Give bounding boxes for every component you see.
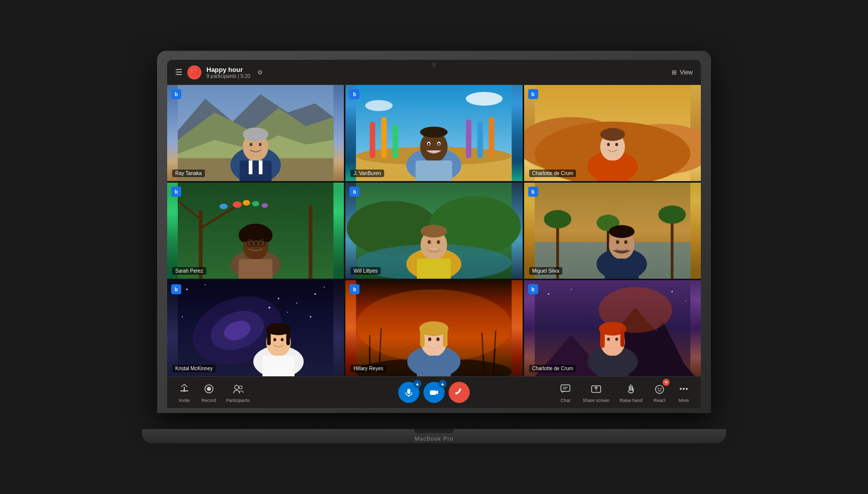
- react-label: React: [654, 398, 666, 403]
- svg-marker-157: [436, 390, 438, 394]
- svg-rect-115: [262, 356, 295, 376]
- share-screen-icon: [589, 382, 603, 396]
- participants-count: 9 participants: [206, 73, 236, 79]
- svg-point-114: [281, 338, 283, 341]
- participants-button[interactable]: Participants: [226, 382, 250, 403]
- record-button[interactable]: Record: [201, 382, 216, 403]
- svg-rect-79: [417, 259, 451, 279]
- bing-badge-1: b: [171, 89, 181, 99]
- participant-label-4: Sarah Perez: [172, 267, 206, 275]
- svg-point-163: [656, 385, 664, 393]
- settings-icon[interactable]: ⚙: [257, 69, 263, 76]
- share-screen-button[interactable]: Share screen: [583, 382, 610, 403]
- svg-point-165: [660, 388, 661, 389]
- svg-point-107: [287, 312, 288, 313]
- more-label: More: [679, 398, 689, 403]
- svg-rect-11: [249, 160, 252, 174]
- laptop-brand-label: MacBook Pro: [414, 436, 453, 442]
- svg-rect-147: [596, 356, 628, 376]
- svg-rect-149: [184, 387, 185, 392]
- svg-rect-20: [477, 122, 483, 158]
- react-button[interactable]: ❤ React: [653, 382, 667, 403]
- svg-point-168: [686, 388, 688, 390]
- svg-rect-127: [443, 328, 448, 347]
- screen-bezel: ☰ ❤️ Happy hour 9 participants | 5:20 ⚙: [167, 60, 701, 408]
- record-label: Record: [201, 398, 216, 403]
- chat-label: Chat: [560, 398, 570, 403]
- mic-chevron-icon[interactable]: ▲: [413, 380, 421, 388]
- video-tile-j-vanburen[interactable]: b J. VanBuren: [345, 85, 522, 181]
- participant-label-3: Charlotte de Crum: [529, 170, 576, 177]
- controls-left: Invite Record: [177, 382, 250, 403]
- participant-label-5: Will Littyes: [350, 267, 381, 275]
- svg-point-137: [571, 289, 572, 290]
- end-call-button[interactable]: [449, 382, 470, 403]
- svg-point-139: [685, 300, 686, 301]
- svg-rect-144: [620, 328, 624, 347]
- svg-point-76: [421, 225, 448, 237]
- svg-point-61: [261, 228, 272, 242]
- invite-button[interactable]: Invite: [177, 382, 191, 403]
- svg-rect-143: [600, 328, 605, 348]
- camera-chevron-icon[interactable]: ▲: [439, 380, 447, 388]
- svg-point-129: [437, 338, 440, 341]
- video-tile-kristal-mckinney[interactable]: b Kristal McKinney: [167, 280, 344, 376]
- video-tile-ray-tanaka[interactable]: b Ray Tanaka: [167, 85, 344, 181]
- svg-rect-156: [430, 390, 436, 395]
- svg-point-105: [268, 307, 270, 309]
- participants-label: Participants: [226, 398, 250, 403]
- svg-point-49: [220, 204, 228, 209]
- svg-point-145: [607, 338, 609, 341]
- svg-rect-19: [466, 119, 472, 158]
- header-left: ☰ ❤️ Happy hour 9 participants | 5:20 ⚙: [175, 65, 263, 79]
- controls-center: ▲ ▲: [398, 382, 470, 403]
- svg-point-113: [273, 338, 276, 341]
- participants-icon: [231, 382, 245, 396]
- video-tile-sarah-perez[interactable]: b Sarah Perez: [167, 183, 344, 279]
- meeting-info: Happy hour 9 participants | 5:20: [206, 66, 250, 79]
- invite-icon: [177, 382, 191, 396]
- teams-app: ☰ ❤️ Happy hour 9 participants | 5:20 ⚙: [167, 60, 701, 408]
- svg-rect-12: [259, 160, 262, 174]
- svg-point-22: [466, 92, 503, 106]
- svg-point-153: [239, 386, 242, 389]
- participant-label-1: Ray Tanaka: [172, 170, 205, 177]
- video-tile-charlotte-2[interactable]: b Charlotte de Crum: [524, 280, 701, 376]
- video-tile-miguel-silva[interactable]: b Miguel Silva: [524, 183, 701, 279]
- raise-hand-button[interactable]: Raise hand: [619, 382, 642, 403]
- hamburger-menu-icon[interactable]: ☰: [175, 67, 182, 77]
- svg-point-85: [658, 205, 686, 223]
- svg-point-146: [615, 338, 618, 341]
- video-tile-charlotte-1[interactable]: b Charlotte de Crum: [524, 85, 701, 181]
- svg-point-23: [366, 100, 393, 111]
- svg-point-77: [428, 240, 431, 244]
- svg-point-106: [278, 298, 279, 299]
- svg-point-99: [205, 284, 206, 285]
- svg-point-166: [680, 388, 682, 390]
- laptop-frame: ☰ ❤️ Happy hour 9 participants | 5:20 ⚙: [157, 51, 711, 443]
- svg-rect-17: [381, 117, 387, 158]
- participant-label-7: Kristal McKinney: [172, 365, 215, 372]
- svg-point-58: [259, 242, 262, 244]
- view-button[interactable]: ⊞ View: [672, 69, 693, 76]
- svg-rect-111: [267, 329, 270, 345]
- svg-rect-31: [416, 160, 453, 181]
- bing-badge-7: b: [171, 284, 181, 294]
- svg-point-28: [428, 143, 430, 145]
- camera-button-wrapper: ▲: [423, 382, 445, 403]
- laptop-body: ☰ ❤️ Happy hour 9 participants | 5:20 ⚙: [157, 51, 711, 413]
- svg-point-47: [233, 201, 242, 208]
- chat-button[interactable]: Chat: [558, 382, 572, 403]
- video-tile-hillary-reyes[interactable]: b Hillary Reyes: [345, 280, 522, 376]
- svg-point-78: [437, 240, 440, 244]
- invite-label: Invite: [179, 398, 190, 403]
- svg-point-167: [683, 388, 685, 390]
- more-button[interactable]: More: [677, 382, 691, 403]
- svg-point-128: [428, 338, 431, 341]
- video-tile-will-littyes[interactable]: b Will Littyes: [345, 183, 522, 279]
- svg-point-50: [252, 201, 259, 206]
- meeting-meta: 9 participants | 5:20: [206, 73, 250, 79]
- svg-point-103: [182, 316, 183, 317]
- grid-icon: ⊞: [672, 69, 677, 76]
- chat-icon: [558, 382, 572, 396]
